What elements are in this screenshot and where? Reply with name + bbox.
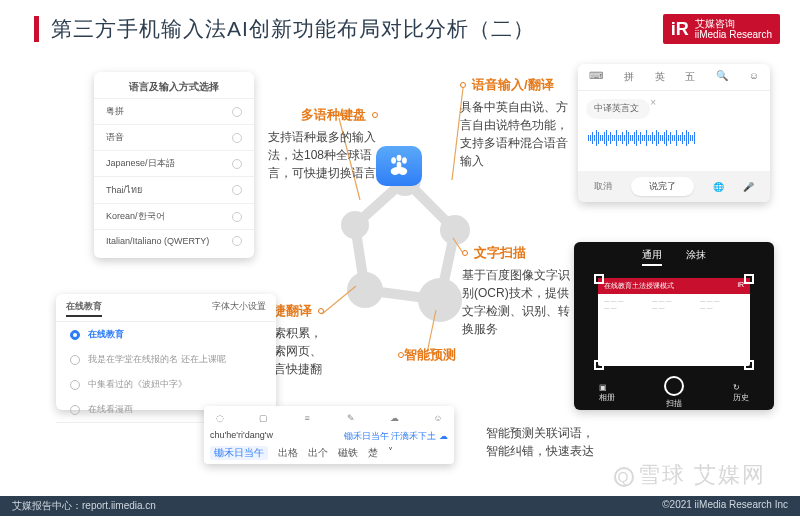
brand-text: 艾媒咨询 iiMedia Research bbox=[695, 18, 772, 40]
close-icon[interactable]: × bbox=[650, 97, 656, 108]
pinyin-text: chu'he'ri'dang'w bbox=[210, 430, 273, 440]
baidu-logo-icon bbox=[376, 146, 422, 186]
language-label: Japanese/日本語 bbox=[106, 157, 175, 170]
brand-en: iiMedia Research bbox=[695, 29, 772, 40]
search-result-text: 我是在学堂在线报的名 还在上课呢 bbox=[88, 353, 226, 366]
voice-tab[interactable]: 五 bbox=[682, 70, 698, 84]
radio-icon bbox=[232, 212, 242, 222]
voice-tab[interactable]: 拼 bbox=[621, 70, 637, 84]
voice-tab[interactable]: 英 bbox=[652, 70, 668, 84]
voice-cancel-button[interactable]: 取消 bbox=[594, 180, 612, 193]
radio-icon bbox=[232, 133, 242, 143]
feature-ocr: 文字扫描 基于百度图像文字识别(OCR)技术，提供文字检测、识别、转换服务 bbox=[462, 244, 572, 338]
emoji-icon[interactable]: ☺ bbox=[746, 70, 762, 84]
language-label: 语音 bbox=[106, 131, 124, 144]
center-graph-shape bbox=[330, 170, 480, 330]
svg-point-2 bbox=[347, 272, 383, 308]
scan-tab-general[interactable]: 通用 bbox=[642, 248, 662, 266]
search-result-text: 中集看过的《波妞中字》 bbox=[88, 378, 187, 391]
radio-icon bbox=[70, 405, 80, 415]
search-result-text: 在线看漫画 bbox=[88, 403, 133, 416]
svg-point-6 bbox=[397, 155, 402, 162]
history-icon[interactable]: ↻历史 bbox=[733, 383, 749, 403]
gallery-icon[interactable]: ▣相册 bbox=[599, 383, 615, 403]
language-row[interactable]: 语音 bbox=[94, 124, 254, 150]
chevron-down-icon[interactable]: ˅ bbox=[388, 446, 393, 460]
waveform-icon bbox=[588, 127, 760, 149]
brand-mark-icon: iR bbox=[671, 19, 689, 40]
language-label: 粤拼 bbox=[106, 105, 124, 118]
svg-point-7 bbox=[402, 157, 407, 164]
header: 第三方手机输入法AI创新功能布局对比分析（二） iR 艾媒咨询 iiMedia … bbox=[34, 14, 780, 44]
feature-multilang-heading: 多语种键盘 bbox=[268, 106, 378, 124]
voice-mode-chip[interactable]: 中译英言文 × bbox=[586, 99, 650, 119]
shutter-button[interactable]: 扫描 bbox=[664, 376, 684, 409]
radio-icon bbox=[232, 159, 242, 169]
svg-point-3 bbox=[418, 278, 462, 322]
title-wrap: 第三方手机输入法AI创新功能布局对比分析（二） bbox=[34, 15, 535, 43]
svg-point-1 bbox=[341, 211, 369, 239]
candidate-item[interactable]: 出个 bbox=[308, 446, 328, 460]
language-row[interactable]: Korean/한국어 bbox=[94, 203, 254, 229]
brand-cn: 艾媒咨询 bbox=[695, 18, 772, 29]
square-icon[interactable]: ▢ bbox=[256, 410, 272, 426]
ime-candidate-bar: ◌ ▢ ≡ ✎ ☁ ☺ chu'he'ri'dang'w 锄禾日当午 汗滴禾下土… bbox=[204, 406, 454, 464]
edit-icon[interactable]: ✎ bbox=[343, 410, 359, 426]
candidate-item[interactable]: 磁铁 bbox=[338, 446, 358, 460]
svg-point-4 bbox=[440, 215, 470, 245]
language-row[interactable]: Italian/Italiano (QWERTY) bbox=[94, 229, 254, 252]
voice-topbar: ⌨ 拼 英 五 🔍 ☺ bbox=[578, 64, 770, 91]
smart-predict-line1: 智能预测关联词语， bbox=[486, 424, 594, 442]
brand-mini-icon: iR bbox=[737, 281, 744, 291]
page-title: 第三方手机输入法AI创新功能布局对比分析（二） bbox=[51, 15, 535, 43]
search-tab-active[interactable]: 在线教育 bbox=[66, 300, 102, 317]
keyboard-icon[interactable]: ⌨ bbox=[586, 70, 606, 84]
radio-icon bbox=[232, 107, 242, 117]
search-panel-card: 在线教育 字体大小设置 在线教育 我是在学堂在线报的名 还在上课呢 中集看过的《… bbox=[56, 294, 276, 410]
candidate-item[interactable]: 出格 bbox=[278, 446, 298, 460]
watermark-icon: Q bbox=[614, 467, 634, 487]
logo-icon[interactable]: ◌ bbox=[212, 410, 228, 426]
feature-ocr-body: 基于百度图像文字识别(OCR)技术，提供文字检测、识别、转换服务 bbox=[462, 266, 572, 338]
language-row[interactable]: 粤拼 bbox=[94, 98, 254, 124]
radio-icon bbox=[70, 355, 80, 365]
radio-icon bbox=[70, 380, 80, 390]
candidate-list: 锄禾日当午 出格 出个 磁铁 楚 ˅ bbox=[208, 444, 450, 462]
search-result-text: 在线教育 bbox=[88, 328, 124, 341]
feature-ocr-heading: 文字扫描 bbox=[462, 244, 572, 262]
smart-predict-text: 智能预测关联词语， 智能纠错，快速表达 bbox=[486, 424, 594, 460]
language-select-card: 语言及输入方式选择 粤拼 语音 Japanese/日本語 Thai/ไทย Ko… bbox=[94, 72, 254, 258]
search-card-tabs: 在线教育 字体大小设置 bbox=[56, 300, 276, 321]
brand-logo: iR 艾媒咨询 iiMedia Research bbox=[663, 14, 780, 44]
search-tab-fontsize[interactable]: 字体大小设置 bbox=[212, 300, 266, 317]
candidate-item[interactable]: 楚 bbox=[368, 446, 378, 460]
smart-predict-line2: 智能纠错，快速表达 bbox=[486, 442, 594, 460]
scan-tab-smudge[interactable]: 涂抹 bbox=[686, 248, 706, 266]
language-row[interactable]: Thai/ไทย bbox=[94, 176, 254, 203]
search-result-item[interactable]: 我是在学堂在线报的名 还在上课呢 bbox=[56, 347, 276, 372]
feature-multilang: 多语种键盘 支持语种最多的输入法，达108种全球语言，可快捷切换语言 bbox=[268, 106, 378, 182]
feature-voice-body: 具备中英自由说、方言自由说特色功能，支持多语种混合语音输入 bbox=[460, 98, 570, 170]
footer-bar: 艾媒报告中心：report.iimedia.cn ©2021 iiMedia R… bbox=[0, 496, 800, 516]
feature-voice-heading: 语音输入/翻译 bbox=[460, 76, 570, 94]
cloud-candidate[interactable]: 锄禾日当午 汗滴禾下土 ☁ bbox=[344, 430, 448, 443]
language-label: Italian/Italiano (QWERTY) bbox=[106, 236, 209, 246]
emoji-icon[interactable]: ☺ bbox=[430, 410, 446, 426]
globe-icon[interactable]: 🌐 bbox=[713, 182, 724, 192]
scan-tabs: 通用 涂抹 bbox=[574, 242, 774, 272]
candidate-item[interactable]: 锄禾日当午 bbox=[210, 446, 268, 460]
scan-doc-title: 在线教育土法授课模式 bbox=[604, 281, 674, 291]
lines-icon[interactable]: ≡ bbox=[299, 410, 315, 426]
cloud-icon[interactable]: ☁ bbox=[386, 410, 402, 426]
search-result-item[interactable]: 在线教育 bbox=[56, 322, 276, 347]
feature-voice: 语音输入/翻译 具备中英自由说、方言自由说特色功能，支持多语种混合语音输入 bbox=[460, 76, 570, 170]
mic-icon[interactable]: 🎤 bbox=[743, 182, 754, 192]
radio-icon bbox=[70, 330, 80, 340]
language-label: Thai/ไทย bbox=[106, 183, 142, 197]
language-row[interactable]: Japanese/日本語 bbox=[94, 150, 254, 176]
radio-icon bbox=[232, 185, 242, 195]
search-result-item[interactable]: 中集看过的《波妞中字》 bbox=[56, 372, 276, 397]
search-icon[interactable]: 🔍 bbox=[713, 70, 731, 84]
title-accent-bar bbox=[34, 16, 39, 42]
voice-done-button[interactable]: 说完了 bbox=[631, 177, 694, 196]
